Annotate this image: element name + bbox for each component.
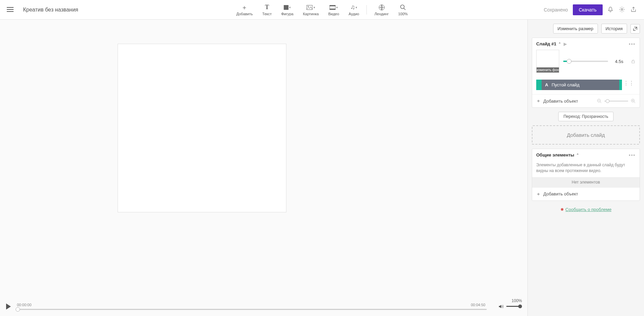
- tool-audio-label: Аудио: [349, 12, 359, 16]
- tool-audio[interactable]: ♫▾ Аудио: [344, 4, 364, 16]
- menu-button[interactable]: [7, 6, 15, 14]
- tool-landing-label: Лендинг: [375, 12, 389, 16]
- canvas-area[interactable]: 100% 00:00:00 00:04:50: [0, 20, 527, 316]
- tool-shape[interactable]: ▾ Фигура: [276, 4, 298, 16]
- add-object-label: Добавить объект: [543, 99, 578, 104]
- chevron-up-icon: ⌃: [558, 42, 561, 46]
- zoom-out-icon[interactable]: [597, 99, 602, 103]
- shape-icon: ▾: [284, 4, 291, 11]
- chevron-up-icon: ⌃: [576, 153, 579, 157]
- timeline: 00:00:00 00:04:50: [6, 303, 527, 310]
- shared-empty: Нет элементов: [532, 177, 640, 187]
- svg-rect-13: [632, 61, 635, 63]
- time-track[interactable]: 00:00:00 00:04:50: [16, 303, 487, 310]
- tool-zoom[interactable]: 100%: [394, 4, 412, 16]
- lock-icon[interactable]: [631, 59, 636, 64]
- sidebar-toolbar: Изменить размер История: [532, 24, 640, 34]
- slide-thumbnail[interactable]: изменить фон: [536, 50, 559, 73]
- time-end: 00:04:50: [471, 303, 485, 307]
- tool-video[interactable]: ▾ Видео: [323, 4, 344, 16]
- sidebar: Изменить размер История Слайд #1 ⌃ ▶ •••…: [527, 20, 644, 316]
- slide-more-icon[interactable]: •••: [629, 41, 636, 46]
- zoom-in-icon[interactable]: [631, 99, 636, 103]
- shared-add-object[interactable]: ＋ Добавить объект: [532, 187, 640, 201]
- duration-value: 4.5s: [615, 59, 623, 64]
- gear-icon[interactable]: [619, 6, 626, 13]
- shared-panel: Общие элементы ⌃ ••• Элементы добавленны…: [532, 149, 640, 201]
- duration-slider[interactable]: [563, 61, 608, 62]
- tool-video-label: Видео: [328, 12, 339, 16]
- tool-text-label: Текст: [262, 12, 272, 16]
- report-link[interactable]: ✸Сообщить о проблеме: [532, 207, 640, 212]
- transition-button[interactable]: Переход: Прозрачность: [558, 112, 613, 121]
- toolbar: ＋ Добавить T Текст ▾ Фигура ▾ Картинка ▾…: [232, 4, 412, 16]
- shared-panel-header[interactable]: Общие элементы ⌃ •••: [532, 149, 640, 161]
- video-icon: ▾: [329, 4, 338, 11]
- search-icon: [400, 4, 406, 11]
- audio-icon: ♫▾: [350, 4, 358, 11]
- layer-zoom[interactable]: [597, 99, 636, 103]
- shared-title: Общие элементы: [536, 152, 574, 157]
- svg-rect-4: [330, 8, 336, 9]
- tool-zoom-label: 100%: [398, 12, 408, 16]
- add-slide-button[interactable]: Добавить слайд: [532, 125, 640, 145]
- time-start: 00:00:00: [17, 303, 32, 307]
- plus-icon: ＋: [536, 191, 541, 197]
- tool-image-label: Картинка: [303, 12, 319, 16]
- report-label: Сообщить о проблеме: [565, 207, 611, 212]
- slide-title: Слайд #1: [536, 41, 556, 46]
- main: 100% 00:00:00 00:04:50: [0, 20, 644, 316]
- export-icon[interactable]: [630, 6, 637, 13]
- play-button[interactable]: [6, 303, 11, 310]
- svg-point-1: [308, 6, 309, 7]
- slide-panel-header[interactable]: Слайд #1 ⌃ ▶ •••: [532, 38, 640, 50]
- drag-handle-icon[interactable]: ⋮⋮: [622, 80, 636, 86]
- time-thumb[interactable]: [16, 307, 20, 312]
- speaker-icon[interactable]: [498, 304, 504, 309]
- bug-icon: ✸: [560, 207, 564, 212]
- globe-icon: [379, 4, 385, 11]
- svg-point-6: [400, 5, 404, 8]
- svg-line-15: [600, 102, 601, 103]
- plus-icon: ＋: [241, 4, 247, 11]
- tool-landing[interactable]: Лендинг: [370, 4, 394, 16]
- text-icon: T: [265, 4, 269, 11]
- svg-line-7: [404, 8, 405, 10]
- volume-label: 100%: [511, 298, 522, 303]
- shared-add-label: Добавить объект: [543, 191, 578, 196]
- slide-canvas[interactable]: [118, 44, 286, 212]
- tool-text[interactable]: T Текст: [258, 4, 277, 16]
- tool-shape-label: Фигура: [281, 12, 293, 16]
- duration-thumb[interactable]: [567, 59, 571, 64]
- slide-panel: Слайд #1 ⌃ ▶ ••• изменить фон 4.5s: [532, 38, 640, 108]
- tool-image[interactable]: ▾ Картинка: [298, 4, 324, 16]
- volume-control[interactable]: [498, 304, 521, 309]
- history-button[interactable]: История: [601, 24, 627, 34]
- layer-label: Пустой слайд: [551, 82, 579, 87]
- zoom-thumb[interactable]: [606, 99, 609, 103]
- text-layer-icon: A: [545, 82, 548, 87]
- thumb-label[interactable]: изменить фон: [537, 67, 559, 72]
- add-object-row[interactable]: ＋ Добавить объект: [532, 94, 640, 107]
- plus-icon: ＋: [536, 98, 541, 104]
- save-status: Сохранено: [544, 7, 568, 13]
- topbar: Креатив без названия ＋ Добавить T Текст …: [0, 0, 644, 20]
- download-button[interactable]: Скачать: [573, 4, 603, 15]
- tool-add-label: Добавить: [236, 12, 253, 16]
- volume-thumb[interactable]: [518, 304, 522, 308]
- svg-rect-3: [330, 5, 336, 6]
- document-title[interactable]: Креатив без названия: [23, 7, 78, 13]
- play-icon[interactable]: ▶: [564, 42, 567, 46]
- svg-point-8: [621, 8, 623, 10]
- svg-line-18: [634, 102, 635, 103]
- shared-more-icon[interactable]: •••: [629, 152, 636, 157]
- layer-row[interactable]: A Пустой слайд: [536, 80, 622, 90]
- resize-button[interactable]: Изменить размер: [553, 24, 598, 34]
- image-icon: ▾: [307, 4, 315, 11]
- popout-button[interactable]: [630, 24, 640, 34]
- shared-description: Элементы добавленные в данный слайд буду…: [532, 161, 640, 177]
- bell-icon[interactable]: [607, 6, 614, 13]
- tool-add[interactable]: ＋ Добавить: [232, 4, 258, 16]
- toolbar-separator: [367, 5, 367, 15]
- undo-icon[interactable]: [532, 26, 538, 32]
